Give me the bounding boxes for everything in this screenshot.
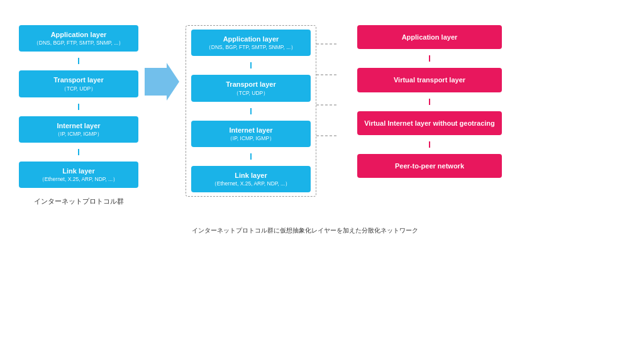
dashed-line <box>78 58 79 64</box>
connector-0-1-left <box>19 58 138 64</box>
mid-layer-0-title: Application layer <box>197 35 304 43</box>
left-layer-3-sub: （Ethernet, X.25, ARP, NDP, ...） <box>25 176 132 183</box>
left-layer-2: Internet layer （IP, ICMP, IGMP） <box>19 116 138 143</box>
pink-dashed-line <box>429 55 430 62</box>
pink-dashed-line <box>429 99 430 105</box>
left-stack-layers: Application layer （DNS, BGP, FTP, SMTP, … <box>19 25 138 188</box>
middle-dashed-box: Application layer （DNS, BGP, FTP, SMTP, … <box>186 25 316 197</box>
right-section: Application layer （DNS, BGP, FTP, SMTP, … <box>186 25 502 235</box>
left-layer-3: Link layer （Ethernet, X.25, ARP, NDP, ..… <box>19 162 138 188</box>
dashed-line <box>78 149 79 155</box>
mid-layer-2: Internet layer （IP, ICMP, IGMP） <box>191 121 311 147</box>
connector-mid-1-2 <box>191 108 311 114</box>
right-pink-stack: Application layer Virtual transport laye… <box>357 25 502 178</box>
left-layer-1: Transport layer （TCP, UDP） <box>19 70 138 97</box>
middle-stack-layers: Application layer （DNS, BGP, FTP, SMTP, … <box>191 30 311 192</box>
pink-layer-2: Virtual Internet layer without geotracin… <box>357 111 502 135</box>
main-container: Application layer （DNS, BGP, FTP, SMTP, … <box>0 0 644 362</box>
pink-layer-0-title: Application layer <box>364 33 496 41</box>
pink-layer-3-title: Peer-to-peer network <box>364 162 496 170</box>
connector-pink-0-1 <box>357 55 502 62</box>
h-connectors-svg-wrapper <box>316 29 338 217</box>
pink-layers: Application layer Virtual transport laye… <box>357 25 502 178</box>
pink-layer-0: Application layer <box>357 25 502 49</box>
pink-layer-1-title: Virtual transport layer <box>364 75 496 84</box>
mid-layer-1-title: Transport layer <box>197 80 304 89</box>
left-stack-diagram: Application layer （DNS, BGP, FTP, SMTP, … <box>19 25 138 206</box>
pink-dashed-line <box>429 141 430 148</box>
pink-layer-3: Peer-to-peer network <box>357 154 502 178</box>
left-stack-label: インターネットプロトコル群 <box>34 197 124 206</box>
dashed-line <box>250 108 252 114</box>
pink-layer-2-title: Virtual Internet layer without geotracin… <box>364 119 496 128</box>
h-connector-lines-icon <box>316 29 338 217</box>
arrow-right-icon <box>145 63 179 101</box>
middle-stack-wrapper: Application layer （DNS, BGP, FTP, SMTP, … <box>186 25 316 197</box>
mid-layer-1-sub: （TCP, UDP） <box>197 90 304 97</box>
dashed-line <box>250 153 252 160</box>
pink-layer-1: Virtual transport layer <box>357 68 502 92</box>
mid-layer-3-sub: （Ethernet, X.25, ARP, NDP, ...） <box>197 180 304 187</box>
left-layer-0-sub: （DNS, BGP, FTP, SMTP, SNMP, ...） <box>25 40 132 47</box>
connector-1-2-left <box>19 104 138 110</box>
mid-layer-3-title: Link layer <box>197 171 304 180</box>
right-stack-label: インターネットプロトコル群に仮想抽象化レイヤーを加えた分散化ネットワーク <box>192 226 418 235</box>
dashed-line <box>250 62 252 69</box>
connector-mid-0-1 <box>191 62 311 69</box>
mid-layer-0: Application layer （DNS, BGP, FTP, SMTP, … <box>191 30 311 56</box>
mid-layer-2-sub: （IP, ICMP, IGMP） <box>197 135 304 142</box>
connector-mid-2-3 <box>191 153 311 160</box>
connector-2-3-left <box>19 149 138 155</box>
arrow-container <box>138 63 186 101</box>
svg-marker-0 <box>145 63 179 101</box>
connector-pink-1-2 <box>357 99 502 105</box>
left-layer-2-sub: （IP, ICMP, IGMP） <box>25 131 132 138</box>
dashed-line <box>78 104 79 110</box>
mid-layer-1: Transport layer （TCP, UDP） <box>191 75 311 101</box>
left-layer-3-title: Link layer <box>25 167 132 175</box>
mid-layer-3: Link layer （Ethernet, X.25, ARP, NDP, ..… <box>191 166 311 192</box>
left-layer-1-title: Transport layer <box>25 75 132 84</box>
left-layer-0-title: Application layer <box>25 30 132 39</box>
two-stacks-row: Application layer （DNS, BGP, FTP, SMTP, … <box>186 25 502 217</box>
left-layer-1-sub: （TCP, UDP） <box>25 85 132 92</box>
left-layer-0: Application layer （DNS, BGP, FTP, SMTP, … <box>19 25 138 52</box>
connector-pink-2-3 <box>357 141 502 148</box>
left-layer-2-title: Internet layer <box>25 121 132 130</box>
mid-layer-2-title: Internet layer <box>197 126 304 134</box>
mid-layer-0-sub: （DNS, BGP, FTP, SMTP, SNMP, ...） <box>197 44 304 51</box>
